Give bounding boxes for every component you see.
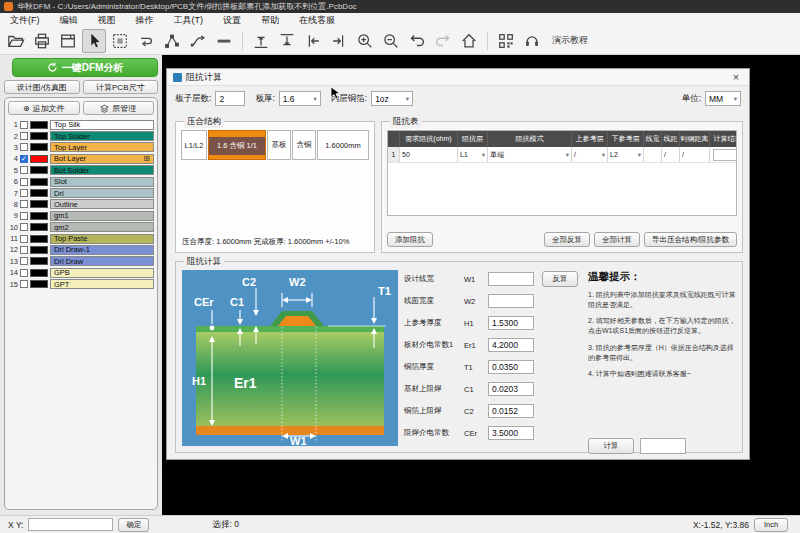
layer-color-swatch[interactable] [30, 200, 48, 208]
select-arrow-icon[interactable] [82, 29, 106, 53]
layer-label[interactable]: Drl [50, 188, 154, 198]
layer-color-swatch[interactable] [30, 121, 48, 129]
layer-row[interactable]: 11Top Paste [8, 233, 154, 244]
layer-label[interactable]: gm2 [50, 222, 154, 232]
align-right-icon[interactable] [327, 29, 351, 53]
layer-color-swatch[interactable] [30, 257, 48, 265]
layer-checkbox[interactable] [20, 269, 28, 277]
layer-row[interactable]: 15GPT [8, 278, 154, 289]
cer-input[interactable] [488, 426, 534, 440]
layer-checkbox[interactable] [20, 143, 28, 151]
layer-checkbox[interactable] [20, 246, 28, 254]
reverse-calc-button[interactable]: 反算 [542, 271, 578, 287]
er1-input[interactable] [488, 338, 534, 352]
layer-row[interactable]: 13Drl Draw [8, 256, 154, 267]
h1-input[interactable] [488, 316, 534, 330]
w1-input[interactable] [488, 272, 534, 286]
route-icon[interactable] [186, 29, 210, 53]
c2-input[interactable] [488, 404, 534, 418]
qr-code-icon[interactable] [494, 29, 518, 53]
layer-label[interactable]: Drl Draw [50, 256, 154, 266]
board-layers-input[interactable] [215, 91, 245, 106]
w2-input[interactable] [488, 294, 534, 308]
ohm-cell[interactable]: 50 [400, 147, 458, 163]
layer-checkbox[interactable] [20, 189, 28, 197]
layer-checkbox[interactable] [20, 235, 28, 243]
layer-row[interactable]: 8Outline [8, 199, 154, 210]
layer-row[interactable]: 3Top Layer [8, 142, 154, 153]
layer-label[interactable]: GPT [50, 279, 154, 289]
layer-label[interactable]: Drl Draw-1 [50, 245, 154, 255]
xy-input[interactable] [28, 518, 113, 531]
menu-file[interactable]: 文件(F) [0, 13, 50, 27]
layer-row[interactable]: 1Top Silk [8, 119, 154, 130]
expand-icon[interactable]: ⊞ [143, 155, 150, 163]
design-sim-button[interactable]: 设计图/仿真图 [4, 80, 80, 94]
layer-label[interactable]: Top Solder [50, 131, 154, 141]
box-select-icon[interactable] [108, 29, 132, 53]
layer-label[interactable]: Top Paste [50, 234, 154, 244]
add-impedance-button[interactable]: 添加阻抗 [387, 232, 433, 247]
rotate-icon[interactable] [134, 29, 158, 53]
unit-toggle-button[interactable]: Inch [754, 518, 788, 532]
layer-color-swatch[interactable] [30, 143, 48, 151]
layer-label[interactable]: Bot Solder [50, 165, 154, 175]
layer-color-swatch[interactable] [30, 246, 48, 254]
align-left-icon[interactable] [301, 29, 325, 53]
menu-operate[interactable]: 操作 [126, 13, 164, 27]
t1-input[interactable] [488, 360, 534, 374]
menu-help[interactable]: 帮助 [251, 13, 289, 27]
line-width-cell[interactable] [644, 147, 662, 163]
reverse-all-button[interactable]: 全部反算 [544, 232, 590, 247]
flip-down-icon[interactable] [275, 29, 299, 53]
layer-color-swatch[interactable] [30, 189, 48, 197]
layer-manage-button[interactable]: 层管理 [83, 101, 155, 115]
home-icon[interactable] [457, 29, 481, 53]
layer-color-swatch[interactable] [30, 269, 48, 277]
layer-row[interactable]: 2Top Solder [8, 130, 154, 141]
layer-row[interactable]: 5Bot Solder [8, 165, 154, 176]
menu-settings[interactable]: 设置 [213, 13, 251, 27]
calc-pcb-size-button[interactable]: 计算PCB尺寸 [83, 80, 159, 94]
layer-color-swatch[interactable] [30, 212, 48, 220]
calc-result-field[interactable] [640, 438, 686, 454]
confirm-button[interactable]: 确定 [118, 518, 149, 532]
copper-dist-cell[interactable]: / [680, 147, 710, 163]
flip-up-icon[interactable] [249, 29, 273, 53]
one-key-dfm-button[interactable]: 一键DFM分析 [12, 58, 158, 77]
layer-label[interactable]: Slot [50, 177, 154, 187]
layer-checkbox[interactable] [20, 212, 28, 220]
layer-label[interactable]: GPB [50, 268, 154, 278]
layer-color-swatch[interactable] [30, 155, 48, 163]
layer-label[interactable]: Bot Layer⊞ [50, 154, 154, 164]
layer-checkbox[interactable] [20, 132, 28, 140]
table-row[interactable]: 1 50 L1▾ 单端▾ /▾ L2▾ / / [388, 147, 736, 163]
c1-input[interactable] [488, 382, 534, 396]
unit-select[interactable]: MM▾ [705, 91, 741, 106]
measure-icon[interactable] [212, 29, 236, 53]
layer-checkbox[interactable] [20, 280, 28, 288]
line-space-cell[interactable]: / [662, 147, 680, 163]
layer-label[interactable]: gm1 [50, 211, 154, 221]
undo-icon[interactable] [405, 29, 429, 53]
layer-row[interactable]: 7Drl [8, 187, 154, 198]
board-thickness-select[interactable]: 1.6▾ [279, 91, 321, 106]
layer-row[interactable]: 12Drl Draw-1 [8, 244, 154, 255]
layer-row[interactable]: 9gm1 [8, 210, 154, 221]
layer-row[interactable]: 4Bot Layer⊞ [8, 153, 154, 164]
layer-color-swatch[interactable] [30, 178, 48, 186]
layer-row[interactable]: 6Slot [8, 176, 154, 187]
upper-ref-cell[interactable]: /▾ [572, 147, 608, 163]
inner-copper-select[interactable]: 1oz▾ [371, 91, 413, 106]
layer-checkbox[interactable] [20, 200, 28, 208]
close-icon[interactable]: × [729, 71, 743, 83]
mode-select-cell[interactable]: 单端▾ [488, 147, 572, 163]
export-stackup-button[interactable]: 导出压合结构/阻抗参数 [644, 232, 737, 247]
stackup-bar[interactable]: 1.6 含铜 1/1 [208, 130, 266, 160]
layer-checkbox[interactable] [20, 166, 28, 174]
redo-icon[interactable] [431, 29, 455, 53]
open-folder-icon[interactable] [4, 29, 28, 53]
layer-color-swatch[interactable] [30, 132, 48, 140]
zoom-out-icon[interactable] [379, 29, 403, 53]
layer-select-cell[interactable]: L1▾ [458, 147, 488, 163]
